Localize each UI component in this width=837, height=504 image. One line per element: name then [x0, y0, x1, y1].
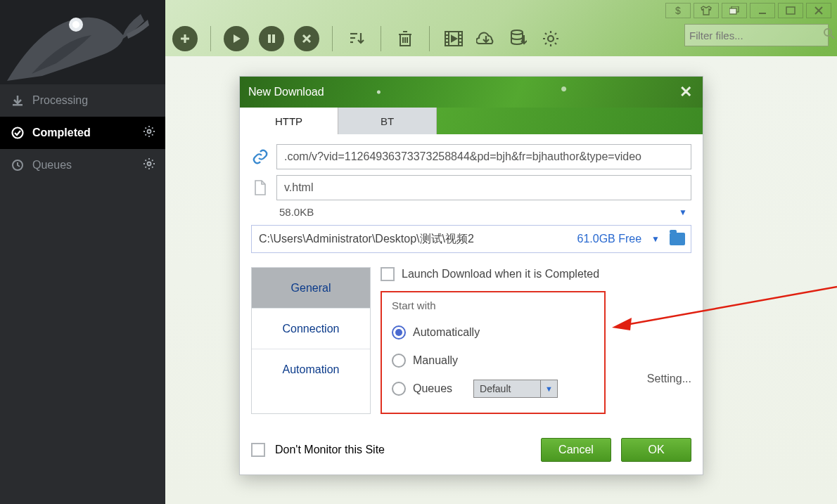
file-icon	[251, 179, 269, 197]
url-input[interactable]	[276, 144, 691, 169]
sidebar-item-label: Completed	[32, 127, 91, 139]
sort-icon[interactable]	[345, 27, 368, 50]
clock-icon	[10, 159, 25, 172]
free-space: 61.0GB Free	[577, 233, 642, 245]
new-download-dialog: New Download ✕ HTTP BT 58.0KB ▼ C:\Users…	[239, 76, 703, 475]
radio-automatically[interactable]	[392, 325, 406, 340]
svg-point-43	[13, 128, 23, 138]
radio-label-queues: Queues	[413, 382, 452, 395]
save-path-row: C:\Users\Administrator\Desktop\测试\视频2 61…	[251, 225, 691, 253]
svg-rect-42	[13, 104, 23, 106]
svg-point-40	[72, 21, 79, 28]
window-controls: $	[665, 3, 831, 18]
folder-browse-icon[interactable]	[670, 233, 685, 245]
sidebar-item-completed[interactable]: Completed	[0, 117, 165, 149]
svg-point-37	[824, 29, 831, 36]
trash-icon[interactable]	[394, 27, 416, 50]
svg-point-44	[148, 129, 151, 133]
radio-label-auto: Automatically	[413, 326, 480, 339]
sidebar-item-label: Processing	[32, 94, 88, 107]
launch-when-complete-label: Launch Download when it is Completed	[402, 268, 599, 280]
toolbar	[172, 21, 689, 56]
chevron-down-icon: ▼	[540, 380, 557, 397]
svg-marker-8	[234, 34, 241, 43]
svg-line-38	[831, 35, 834, 39]
filter-files-input-wrap[interactable]	[684, 24, 829, 46]
download-icon	[10, 94, 25, 107]
add-button[interactable]	[172, 26, 198, 51]
start-with-title: Start with	[392, 299, 594, 311]
path-dropdown-icon[interactable]: ▼	[651, 234, 660, 244]
pause-button[interactable]	[259, 26, 284, 51]
size-dropdown-icon[interactable]: ▼	[679, 207, 691, 217]
svg-point-46	[148, 162, 151, 165]
filename-input[interactable]	[276, 175, 691, 200]
dialog-title: New Download	[248, 86, 324, 98]
sidebar: Processing Completed Queues	[0, 0, 165, 504]
svg-point-34	[511, 30, 523, 34]
queue-select-value: Default	[474, 383, 540, 394]
close-icon[interactable]: ✕	[676, 82, 696, 102]
video-icon[interactable]	[442, 27, 465, 50]
protocol-tabs: HTTP BT	[240, 108, 703, 134]
dont-monitor-checkbox[interactable]	[251, 443, 265, 457]
play-button[interactable]	[224, 26, 249, 51]
app-logo	[0, 0, 165, 84]
svg-rect-3	[786, 7, 795, 14]
svg-point-36	[548, 36, 554, 41]
opt-tab-general[interactable]: General	[252, 268, 370, 309]
start-with-group: Start with Automatically Manually Queues…	[381, 291, 606, 414]
svg-rect-9	[268, 34, 271, 43]
radio-label-manual: Manually	[413, 354, 458, 367]
opt-tab-automation[interactable]: Automation	[252, 349, 370, 390]
launch-when-complete-checkbox[interactable]	[381, 267, 395, 281]
svg-rect-1	[729, 8, 736, 14]
sidebar-item-label: Queues	[32, 159, 72, 172]
check-circle-icon	[10, 127, 25, 139]
currency-icon[interactable]: $	[665, 3, 691, 18]
gear-icon[interactable]	[143, 125, 155, 141]
gear-icon[interactable]	[143, 157, 155, 174]
svg-rect-10	[272, 34, 275, 43]
sidebar-item-queues[interactable]: Queues	[0, 149, 165, 181]
option-tabs: General Connection Automation	[251, 267, 371, 414]
cloud-download-icon[interactable]	[475, 27, 497, 50]
file-size: 58.0KB	[279, 206, 314, 218]
dialog-title-bar: New Download ✕	[240, 77, 703, 108]
cancel-button[interactable]: Cancel	[541, 438, 611, 462]
sidebar-item-processing[interactable]: Processing	[0, 84, 165, 117]
close-icon[interactable]	[806, 3, 831, 18]
filter-files-input[interactable]	[689, 30, 823, 41]
search-icon[interactable]	[823, 27, 836, 44]
gear-icon[interactable]	[539, 27, 562, 50]
database-icon[interactable]	[507, 27, 530, 50]
ok-button[interactable]: OK	[621, 438, 691, 462]
radio-manually[interactable]	[392, 354, 406, 368]
queue-select[interactable]: Default ▼	[473, 380, 558, 398]
shirt-icon[interactable]	[694, 3, 719, 18]
dont-monitor-label: Don't Monitor this Site	[275, 444, 385, 456]
tab-http[interactable]: HTTP	[240, 108, 338, 134]
minimize-icon[interactable]	[750, 3, 775, 18]
stop-button[interactable]	[294, 26, 319, 51]
opt-tab-connection[interactable]: Connection	[252, 309, 370, 349]
tab-bt[interactable]: BT	[338, 108, 437, 134]
svg-marker-32	[452, 36, 456, 41]
maximize-icon[interactable]	[778, 3, 803, 18]
save-path: C:\Users\Administrator\Desktop\测试\视频2	[259, 232, 474, 247]
link-icon	[251, 148, 269, 166]
radio-queues[interactable]	[392, 382, 406, 396]
restore-down-icon[interactable]	[722, 3, 747, 18]
setting-link[interactable]: Setting...	[647, 373, 691, 385]
